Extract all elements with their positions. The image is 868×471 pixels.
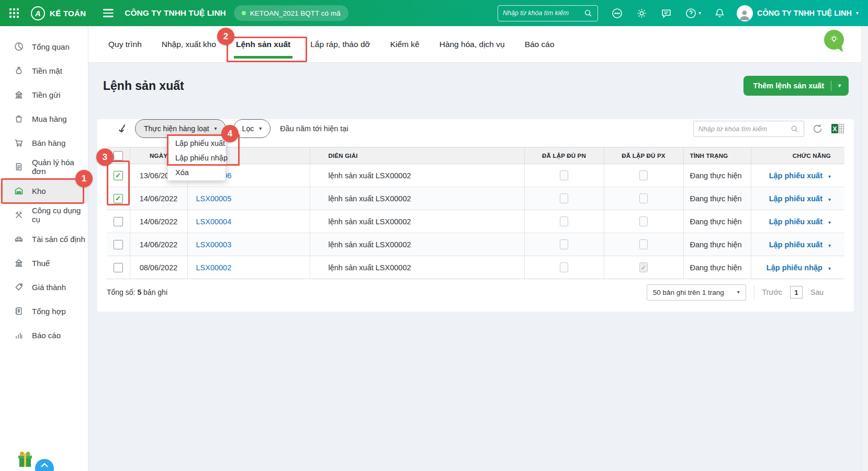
px-checkbox[interactable]: ✓: [639, 239, 648, 249]
px-checkbox[interactable]: ✓: [639, 262, 648, 272]
row-action-dropdown-icon[interactable]: ▾: [828, 243, 831, 248]
tab-item-6[interactable]: Báo cáo: [525, 26, 555, 62]
app-grid-icon[interactable]: [9, 8, 19, 18]
row-action-dropdown-icon[interactable]: ▾: [828, 266, 831, 271]
tab-label: Quy trình: [108, 40, 142, 49]
row-action-link[interactable]: Lập phiếu xuất: [769, 217, 822, 226]
sidebar-item-warehouse[interactable]: Kho1: [0, 179, 88, 203]
cell-status: Đang thực hiện: [683, 187, 751, 210]
pn-checkbox[interactable]: ✓: [560, 239, 568, 249]
tab-item-3[interactable]: Lắp ráp, tháo dỡ: [310, 26, 370, 62]
row-action-dropdown-icon[interactable]: ▾: [828, 197, 831, 202]
dropdown-item-2[interactable]: Xóa: [168, 165, 226, 180]
filter-button[interactable]: Lọc ▾: [233, 119, 271, 138]
cell-code: LSX00004: [187, 210, 310, 233]
tab-lenh-san-xuat[interactable]: Lệnh sản xuất2: [236, 26, 290, 62]
px-checkbox[interactable]: ✓: [639, 216, 648, 226]
chevron-down-icon: ▾: [856, 10, 859, 16]
cell-description: lệnh sản xuất LSX00002: [310, 233, 524, 256]
row-action-link[interactable]: Lập phiếu xuất: [769, 194, 822, 203]
sidebar-item-money-bag[interactable]: Tiền mặt: [0, 59, 88, 83]
production-order-link[interactable]: LSX00002: [196, 263, 232, 272]
help-bulb-bubble[interactable]: [824, 30, 844, 50]
sidebar-item-shopping-bag[interactable]: Mua hàng: [0, 107, 88, 131]
bell-icon[interactable]: [714, 7, 726, 19]
pn-checkbox[interactable]: ✓: [560, 262, 568, 272]
app-brand[interactable]: A KẾ TOÁN: [31, 6, 86, 20]
global-search-input[interactable]: [503, 9, 580, 17]
column-header-actions: CHỨC NĂNG: [751, 147, 844, 164]
help-icon[interactable]: ▾: [685, 7, 701, 19]
search-icon[interactable]: [583, 8, 593, 18]
column-header-px: ĐÃ LẬP ĐỦ PX: [604, 147, 683, 164]
production-order-link[interactable]: LSX00005: [196, 194, 232, 203]
current-page-box[interactable]: 1: [790, 286, 803, 298]
table-search-input[interactable]: [698, 125, 787, 133]
gift-icon[interactable]: [16, 450, 35, 470]
chevron-down-icon[interactable]: ▾: [838, 83, 841, 88]
production-order-link[interactable]: LSX00003: [196, 240, 232, 249]
row-checkbox[interactable]: ✓: [114, 263, 123, 272]
pn-checkbox[interactable]: ✓: [560, 193, 568, 203]
next-page-button[interactable]: Sau: [810, 288, 824, 296]
row-action-dropdown-icon[interactable]: ▾: [828, 220, 831, 225]
chat-icon[interactable]: [660, 7, 672, 19]
sidebar-item-cart[interactable]: Bán hàng: [0, 131, 88, 155]
tab-item-5[interactable]: Hàng hóa, dịch vụ: [439, 26, 505, 62]
tab-item-0[interactable]: Quy trình: [108, 26, 142, 62]
sidebar-item-tax[interactable]: Thuế: [0, 251, 88, 275]
tab-label: Báo cáo: [525, 40, 555, 49]
sidebar-item-bank[interactable]: Tiền gửi: [0, 83, 88, 107]
sidebar-item-pie-chart[interactable]: Tổng quan: [0, 35, 88, 59]
px-checkbox[interactable]: ✓: [639, 193, 648, 203]
app-name: KẾ TOÁN: [50, 9, 86, 18]
sidebar-item-price-tag[interactable]: Giá thành: [0, 275, 88, 299]
dropdown-item-1[interactable]: Lập phiếu nhập: [168, 151, 226, 165]
sidebar-item-label: Quản lý hóa đơn: [32, 158, 88, 176]
row-action-link[interactable]: Lập phiếu xuất: [769, 171, 822, 180]
sidebar-item-bar-chart[interactable]: Báo cáo: [0, 323, 88, 347]
user-menu[interactable]: CÔNG TY TNHH TUỆ LINH ▾: [737, 5, 859, 21]
tab-item-4[interactable]: Kiểm kê: [390, 26, 420, 62]
row-action-link[interactable]: Lập phiếu xuất: [769, 240, 822, 249]
tabs-bar: Quy trìnhNhập, xuất khoLệnh sản xuất2Lắp…: [88, 26, 861, 63]
sidebar-item-label: Thuế: [32, 259, 50, 268]
excel-export-icon[interactable]: X: [831, 122, 844, 135]
add-production-order-button[interactable]: Thêm lệnh sản xuất ▾: [743, 76, 849, 96]
row-checkbox[interactable]: ✓: [114, 240, 123, 249]
cell-actions: Lập phiếu xuất▾: [751, 233, 844, 256]
hamburger-icon[interactable]: [103, 9, 114, 17]
sidebar-item-invoice[interactable]: Quản lý hóa đơn: [0, 155, 88, 179]
cell-actions: Lập phiếu xuất▾: [751, 187, 844, 210]
px-checkbox[interactable]: ✓: [639, 170, 648, 180]
table-footer: Tổng số: 5 bản ghi 50 bản ghi trên 1 tra…: [107, 279, 844, 305]
collapse-arrow-icon[interactable]: [115, 122, 128, 135]
more-circle-icon[interactable]: [611, 7, 623, 19]
sidebar-item-ledger[interactable]: Tổng hợp: [0, 299, 88, 323]
pagination-divider: [754, 285, 754, 299]
row-checkbox[interactable]: ✓: [114, 217, 123, 226]
search-icon[interactable]: [790, 124, 799, 133]
row-checkbox[interactable]: ✓: [114, 171, 123, 180]
tab-item-1[interactable]: Nhập, xuất kho: [162, 26, 216, 62]
row-action-link[interactable]: Lập phiếu nhập: [766, 263, 822, 272]
sidebar-item-tools[interactable]: Công cụ dụng cụ: [0, 203, 88, 227]
price-tag-icon: [14, 282, 24, 292]
production-order-link[interactable]: LSX00004: [196, 217, 232, 226]
pn-checkbox[interactable]: ✓: [560, 216, 568, 226]
row-checkbox[interactable]: ✓: [114, 194, 123, 203]
page-size-select[interactable]: 50 bản ghi trên 1 trang ▾: [647, 284, 746, 301]
pn-checkbox[interactable]: ✓: [560, 170, 568, 180]
gear-icon[interactable]: [636, 7, 648, 19]
warehouse-icon: [14, 186, 24, 196]
row-action-dropdown-icon[interactable]: ▾: [828, 174, 831, 179]
sidebar-item-car[interactable]: Tài sản cố định: [0, 227, 88, 251]
dropdown-item-0[interactable]: Lập phiếu xuất: [168, 136, 226, 151]
prev-page-button[interactable]: Trước: [762, 288, 782, 296]
refresh-icon[interactable]: [811, 123, 824, 135]
select-all-checkbox[interactable]: ✓: [114, 151, 123, 160]
chevron-down-icon: ▾: [737, 290, 740, 295]
sidebar-item-label: Bán hàng: [32, 139, 65, 147]
vertical-scrollbar[interactable]: [861, 26, 868, 471]
database-badge[interactable]: KETOAN_2021 BQTT có mã: [234, 5, 348, 21]
